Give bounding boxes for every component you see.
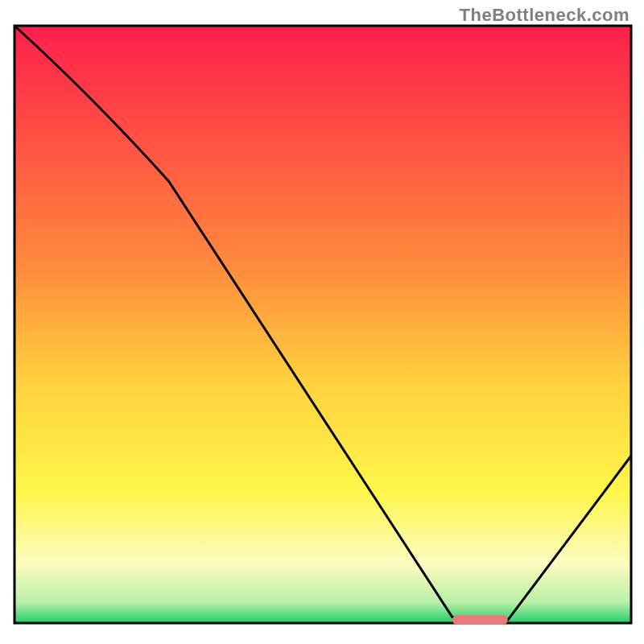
chart-container: TheBottleneck.com <box>0 0 644 644</box>
optimal-zone-marker <box>452 615 508 625</box>
watermark-text: TheBottleneck.com <box>460 5 630 26</box>
chart-svg <box>0 0 644 644</box>
